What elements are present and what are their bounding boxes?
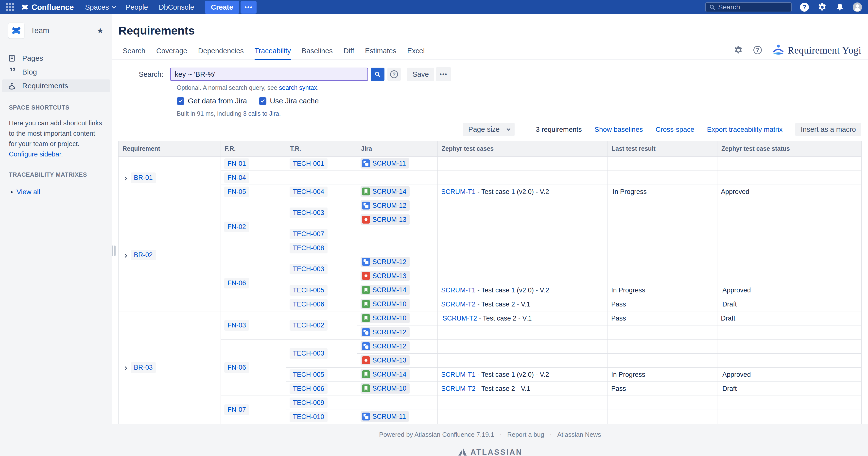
- tab-estimates[interactable]: Estimates: [365, 47, 396, 60]
- requirement-link[interactable]: TECH-007: [289, 229, 328, 239]
- jira-issue-link[interactable]: SCRUM-10: [361, 383, 410, 394]
- jira-issue-link[interactable]: SCRUM-14: [361, 285, 410, 295]
- tab-dependencies[interactable]: Dependencies: [198, 47, 244, 60]
- calls-to-jira-link[interactable]: 3 calls to Jira: [243, 110, 279, 117]
- admin-settings-button[interactable]: [817, 2, 827, 12]
- tab-traceability[interactable]: Traceability: [255, 47, 291, 60]
- report-a-bug-link[interactable]: Report a bug: [507, 431, 544, 438]
- jira-issue-link[interactable]: SCRUM-11: [361, 411, 409, 422]
- jira-issue-link[interactable]: SCRUM-12: [361, 257, 410, 267]
- requirement-link[interactable]: TECH-006: [289, 383, 328, 394]
- requirement-link[interactable]: FN-06: [224, 362, 249, 373]
- requirement-link[interactable]: FN-03: [224, 320, 249, 331]
- save-button[interactable]: Save: [407, 67, 434, 81]
- test-case-link[interactable]: SCRUM-T2: [441, 301, 476, 308]
- app-switcher-icon[interactable]: [6, 3, 14, 11]
- jira-issue-link[interactable]: SCRUM-13: [361, 271, 410, 281]
- jira-issue-link[interactable]: SCRUM-12: [361, 327, 410, 337]
- help-button[interactable]: ?: [800, 2, 809, 12]
- expand-chevron-icon[interactable]: [123, 176, 127, 180]
- test-case-link[interactable]: SCRUM-T2: [441, 385, 476, 392]
- jira-issue-link[interactable]: SCRUM-11: [361, 158, 409, 169]
- zephyr-test-case-cell: SCRUM-T2 - Test case 2 - V.1: [438, 382, 608, 396]
- sidebar-item-blog[interactable]: ” Blog: [2, 66, 110, 79]
- jira-issue-link[interactable]: SCRUM-13: [361, 215, 410, 225]
- configure-sidebar-link[interactable]: Configure sidebar: [9, 150, 61, 158]
- global-search-input[interactable]: Search: [705, 2, 792, 12]
- test-case-link[interactable]: SCRUM-T1: [441, 371, 476, 378]
- requirement-link[interactable]: TECH-003: [289, 348, 328, 359]
- test-case-link[interactable]: SCRUM-T2: [443, 315, 477, 322]
- requirement-link[interactable]: TECH-004: [289, 187, 328, 197]
- tab-coverage[interactable]: Coverage: [156, 47, 187, 60]
- query-input[interactable]: [170, 67, 368, 81]
- favorite-star-icon[interactable]: ★: [97, 26, 104, 35]
- create-button[interactable]: Create: [205, 1, 239, 14]
- notifications-button[interactable]: [835, 2, 845, 12]
- requirement-link[interactable]: TECH-003: [289, 207, 328, 218]
- requirement-link[interactable]: TECH-002: [289, 320, 328, 331]
- test-case-link[interactable]: SCRUM-T1: [441, 188, 476, 195]
- nav-spaces[interactable]: Spaces: [85, 3, 115, 11]
- jira-issue-link[interactable]: SCRUM-10: [361, 313, 410, 323]
- expand-chevron-icon[interactable]: [123, 254, 127, 258]
- nav-more-button[interactable]: •••: [241, 1, 256, 13]
- nav-dbconsole[interactable]: DbConsole: [159, 3, 194, 11]
- run-search-button[interactable]: [371, 67, 384, 81]
- requirement-link[interactable]: TECH-001: [289, 159, 328, 169]
- requirement-link[interactable]: TECH-008: [289, 243, 328, 253]
- requirement-link[interactable]: TECH-005: [289, 285, 328, 295]
- requirement-link[interactable]: FN-06: [224, 278, 249, 288]
- jira-issue-link[interactable]: SCRUM-10: [361, 299, 410, 309]
- get-data-from-jira-checkbox[interactable]: Get data from Jira: [177, 97, 247, 105]
- form-more-button[interactable]: •••: [436, 67, 451, 81]
- view-all-link[interactable]: View all: [17, 188, 40, 196]
- requirement-link[interactable]: FN-01: [224, 159, 249, 169]
- requirement-link[interactable]: TECH-006: [289, 299, 328, 310]
- atlassian-news-link[interactable]: Atlassian News: [557, 431, 601, 438]
- requirement-link[interactable]: BR-01: [131, 172, 156, 183]
- tab-diff[interactable]: Diff: [344, 47, 354, 60]
- tab-baselines[interactable]: Baselines: [302, 47, 333, 60]
- search-syntax-link[interactable]: search syntax: [279, 84, 317, 91]
- requirement-link[interactable]: TECH-005: [289, 369, 328, 380]
- rv-settings-button[interactable]: [734, 45, 743, 55]
- sidebar-item-requirements[interactable]: Requirements: [2, 80, 110, 92]
- jira-issue-link[interactable]: SCRUM-13: [361, 355, 410, 366]
- sidebar-item-pages[interactable]: Pages: [2, 52, 110, 65]
- requirement-link[interactable]: BR-02: [131, 250, 156, 260]
- tab-excel[interactable]: Excel: [407, 47, 425, 60]
- cross-space-link[interactable]: Cross-space: [656, 125, 694, 134]
- show-baselines-link[interactable]: Show baselines: [594, 125, 643, 134]
- requirement-link[interactable]: FN-04: [224, 172, 249, 183]
- requirement-link[interactable]: TECH-010: [289, 411, 328, 422]
- jira-issue-link[interactable]: SCRUM-12: [361, 200, 410, 211]
- export-traceability-matrix-link[interactable]: Export traceability matrix: [707, 125, 783, 134]
- jira-issue-link[interactable]: SCRUM-14: [361, 369, 410, 379]
- user-avatar[interactable]: [853, 2, 862, 12]
- tab-search[interactable]: Search: [123, 47, 146, 60]
- expand-chevron-icon[interactable]: [123, 366, 127, 370]
- requirement-key-cell: TECH-008: [286, 241, 357, 255]
- confluence-logo[interactable]: Confluence: [21, 3, 74, 12]
- query-help-button[interactable]: ?: [388, 67, 401, 81]
- jira-issue-link[interactable]: SCRUM-12: [361, 341, 410, 351]
- rv-help-button[interactable]: ?: [753, 45, 763, 55]
- page-size-select[interactable]: Page size: [463, 123, 515, 136]
- test-case-link[interactable]: SCRUM-T1: [441, 286, 476, 294]
- empty-cell: [717, 241, 862, 255]
- space-logo[interactable]: [8, 23, 24, 38]
- requirement-link[interactable]: FN-02: [224, 222, 249, 232]
- search-form: Search: ? Save •••: [118, 67, 861, 81]
- use-jira-cache-checkbox[interactable]: Use Jira cache: [259, 97, 319, 105]
- requirement-link[interactable]: BR-03: [131, 362, 156, 373]
- jira-issue-link[interactable]: SCRUM-14: [361, 186, 410, 197]
- requirement-link[interactable]: FN-07: [224, 404, 249, 415]
- nav-people[interactable]: People: [126, 3, 148, 11]
- person-icon: [853, 2, 862, 12]
- insert-as-macro-button[interactable]: Insert as a macro: [795, 123, 861, 136]
- requirement-link[interactable]: TECH-009: [289, 398, 328, 408]
- requirement-link[interactable]: TECH-003: [289, 264, 328, 275]
- requirement-link[interactable]: FN-05: [224, 187, 249, 197]
- sidebar-resize-handle[interactable]: [112, 246, 116, 256]
